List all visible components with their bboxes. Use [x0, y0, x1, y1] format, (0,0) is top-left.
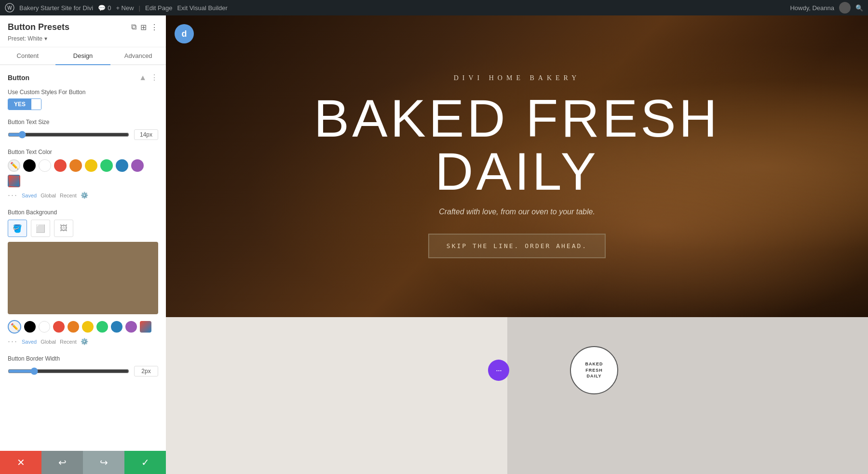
preset-label: Preset: White	[8, 35, 42, 42]
separator: |	[139, 4, 140, 12]
bg-gear-icon[interactable]: ⚙️	[81, 338, 88, 345]
recent-label[interactable]: Recent	[60, 193, 77, 198]
purple-action-button[interactable]: ···	[488, 360, 509, 381]
bg-image-btn[interactable]: 🖼	[54, 220, 73, 237]
bg-label: Button Background	[8, 209, 158, 216]
left-panel: Button Presets ⧉ ⊞ ⋮ Preset: White ▾ Con…	[0, 15, 166, 474]
hero-cta-button[interactable]: SKIP THE LINE. ORDER AHEAD.	[428, 234, 606, 258]
button-text-size-row: Button Text Size 14px	[8, 119, 158, 140]
new-link[interactable]: + New	[116, 4, 134, 12]
preset-row: Preset: White ▾	[8, 35, 158, 42]
badge-line1: BAKED	[585, 362, 603, 366]
bg-swatch-yellow[interactable]	[82, 321, 94, 333]
color-preview	[8, 242, 158, 314]
panel-title-icons: ⧉ ⊞ ⋮	[131, 23, 158, 32]
admin-bar-right: Howdy, Deanna 🔍	[790, 2, 863, 14]
bottom-toolbar: ✕ ↩ ↪ ✓	[0, 451, 166, 474]
save-icon: ✓	[141, 457, 149, 468]
circle-badge: BAKED FRESH DAILY	[570, 346, 618, 394]
tab-content[interactable]: Content	[0, 47, 55, 65]
swatch-white[interactable]	[39, 159, 51, 172]
toggle-no[interactable]	[31, 99, 41, 110]
more-icon[interactable]: ⋮	[150, 23, 158, 32]
bg-gradient-btn[interactable]: ⬜	[31, 220, 50, 237]
comment-icon: 💬	[98, 4, 106, 12]
global-label[interactable]: Global	[41, 193, 56, 198]
divi-float-button[interactable]: d	[175, 24, 194, 43]
more-dots[interactable]: ···	[8, 190, 18, 200]
exit-builder-link[interactable]: Exit Visual Builder	[177, 4, 228, 12]
toggle-container[interactable]: YES	[8, 98, 41, 110]
border-width-label: Button Border Width	[8, 355, 158, 362]
swatch-red[interactable]	[54, 159, 67, 172]
bg-swatch-custom[interactable]	[140, 321, 151, 333]
bg-swatch-white[interactable]	[39, 321, 50, 333]
hero-site-name: DIVI HOME BAKERY	[314, 74, 720, 82]
close-icon: ✕	[17, 457, 25, 468]
site-name-link[interactable]: Bakery Starter Site for Divi	[19, 4, 93, 12]
bottom-right-area	[507, 317, 868, 474]
slider-container: 14px	[8, 129, 158, 140]
panel-tabs: Content Design Advanced	[0, 47, 166, 65]
redo-icon: ↪	[100, 457, 108, 468]
undo-icon: ↩	[58, 457, 67, 468]
swatch-custom[interactable]	[8, 175, 20, 187]
section-more-icon[interactable]: ⋮	[150, 73, 158, 82]
duplicate-icon[interactable]: ⧉	[131, 23, 136, 32]
border-width-slider[interactable]	[8, 367, 129, 375]
bottom-section: ··· BAKED FRESH DAILY	[166, 317, 868, 474]
bg-swatch-black[interactable]	[24, 321, 36, 333]
section-icons: ▲ ⋮	[139, 73, 158, 82]
badge-line2: FRESH	[585, 368, 603, 373]
wordpress-logo[interactable]: W	[5, 3, 14, 13]
bg-swatch-purple[interactable]	[125, 321, 137, 333]
gear-icon[interactable]: ⚙️	[81, 192, 88, 199]
undo-button[interactable]: ↩	[41, 451, 83, 474]
bg-swatch-orange[interactable]	[68, 321, 79, 333]
purple-btn-icon: ···	[496, 365, 502, 376]
text-size-slider[interactable]	[8, 131, 129, 139]
redo-button[interactable]: ↪	[83, 451, 124, 474]
comment-bubble[interactable]: 💬 0	[98, 4, 111, 12]
button-text-size-label: Button Text Size	[8, 119, 158, 125]
bg-swatch-red[interactable]	[53, 321, 65, 333]
collapse-icon[interactable]: ▲	[139, 73, 147, 82]
right-panel: d DIVI HOME BAKERY BAKED FRESH DAILY Cra…	[166, 15, 868, 474]
bg-saved-label[interactable]: Saved	[22, 339, 37, 345]
bg-solid-btn[interactable]: 🪣	[8, 220, 27, 237]
bg-more-dots[interactable]: ···	[8, 336, 18, 347]
bg-color-actions: ··· Saved Global Recent ⚙️	[8, 336, 158, 347]
hero-title-line2: DAILY	[435, 141, 599, 201]
swatch-yellow[interactable]	[85, 159, 97, 172]
bg-color-swatches: ✏️	[8, 320, 158, 334]
swatch-blue[interactable]	[116, 159, 128, 172]
saved-label[interactable]: Saved	[22, 193, 37, 198]
divi-btn-label: d	[182, 29, 187, 39]
swatch-green[interactable]	[100, 159, 113, 172]
swatch-purple[interactable]	[131, 159, 144, 172]
search-icon[interactable]: 🔍	[855, 4, 863, 12]
tab-advanced[interactable]: Advanced	[110, 47, 166, 65]
comment-count: 0	[108, 4, 111, 12]
eyedropper-btn[interactable]: ✏️	[8, 159, 20, 172]
bg-recent-label[interactable]: Recent	[60, 339, 77, 345]
text-size-value: 14px	[134, 129, 158, 140]
border-width-section: Button Border Width 2px	[8, 355, 158, 376]
button-text-color-section: Button Text Color ✏️ ··· Saved Glo	[8, 149, 158, 200]
bg-swatch-green[interactable]	[96, 321, 108, 333]
bg-global-label[interactable]: Global	[41, 339, 56, 345]
edit-page-link[interactable]: Edit Page	[145, 4, 172, 12]
toggle-yes[interactable]: YES	[8, 99, 31, 110]
bg-eyedropper-btn[interactable]: ✏️	[8, 320, 21, 334]
hero-title: BAKED FRESH DAILY	[314, 92, 720, 198]
close-button[interactable]: ✕	[0, 451, 41, 474]
preset-arrow[interactable]: ▾	[44, 35, 47, 42]
swatch-orange[interactable]	[69, 159, 82, 172]
swatch-black[interactable]	[23, 159, 36, 172]
tab-design[interactable]: Design	[55, 47, 111, 65]
bg-swatch-blue[interactable]	[111, 321, 122, 333]
button-background-section: Button Background 🪣 ⬜ 🖼 ✏️	[8, 209, 158, 347]
panel-title: Button Presets	[8, 22, 69, 32]
save-button[interactable]: ✓	[124, 451, 166, 474]
grid-icon[interactable]: ⊞	[140, 23, 147, 32]
